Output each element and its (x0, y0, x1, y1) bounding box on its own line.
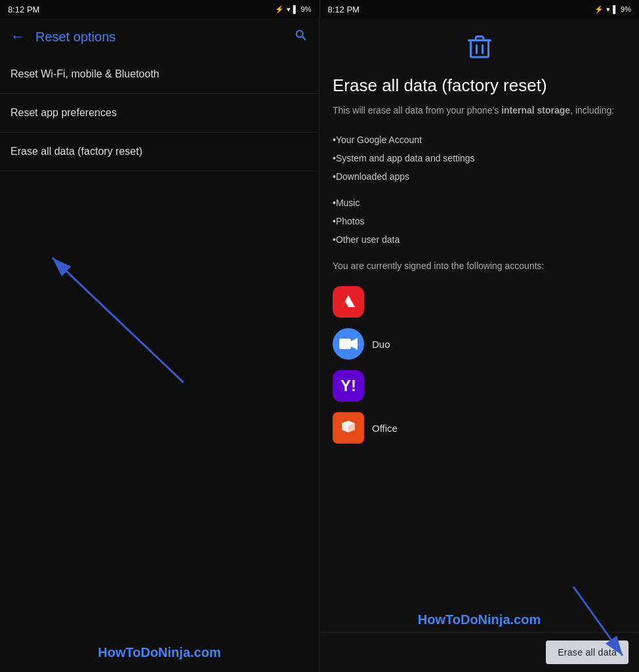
menu-item-wifi[interactable]: Reset Wi-Fi, mobile & Bluetooth (0, 55, 319, 94)
left-status-bar: 8:12 PM ⚡ ▾ ▌ 9% (0, 0, 320, 18)
menu-item-factory-reset[interactable]: Erase all data (factory reset) (0, 133, 319, 171)
data-item-userdata: •Other user data (333, 230, 626, 249)
left-arrow-annotation (0, 171, 319, 633)
right-battery-percent: 9% (621, 5, 631, 13)
watermark-text-left: HowToDoNinja.com (98, 645, 220, 660)
duo-icon (333, 328, 364, 360)
right-wifi-icon: ▾ (606, 5, 610, 14)
back-button[interactable]: ← (10, 28, 25, 45)
duo-label: Duo (372, 339, 390, 350)
yahoo-icon: Y! (333, 370, 364, 402)
wifi-icon: ▾ (287, 5, 291, 14)
erase-title: Erase all data (factory reset) (333, 75, 626, 96)
right-bluetooth-icon: ⚡ (594, 5, 604, 14)
battery-percent: 9% (301, 5, 312, 13)
right-status-bar: 8:12 PM ⚡ ▾ ▌ 9% (320, 0, 640, 18)
left-annotation-area (0, 171, 319, 633)
menu-item-app-prefs[interactable]: Reset app preferences (0, 94, 319, 133)
accounts-label: You are currently signed into the follow… (333, 259, 626, 273)
account-adobe (333, 286, 626, 318)
data-item-system: •System and app data and settings (333, 149, 626, 167)
dual-status-bar: 8:12 PM ⚡ ▾ ▌ 9% 8:12 PM ⚡ ▾ ▌ 9% (0, 0, 639, 18)
left-panel: ← Reset options Reset Wi-Fi, mobile & Bl… (0, 18, 320, 672)
svg-marker-6 (351, 338, 358, 350)
bluetooth-icon: ⚡ (275, 5, 284, 14)
erase-description: This will erase all data from your phone… (333, 104, 626, 117)
data-item-photos: •Photos (333, 212, 626, 230)
data-item-google: •Your Google Account (333, 131, 626, 149)
left-time: 8:12 PM (8, 5, 39, 14)
account-duo: Duo (333, 328, 626, 360)
top-bar: ← Reset options (0, 18, 319, 55)
data-item-music: •Music (333, 194, 626, 212)
account-office: Office (333, 412, 626, 444)
svg-line-1 (52, 258, 184, 383)
right-signal-icon: ▌ (613, 5, 618, 13)
account-yahoo: Y! (333, 370, 626, 402)
erase-all-data-button[interactable]: Erase all data (546, 640, 629, 664)
signal-icon: ▌ (293, 5, 299, 13)
bottom-bar: Erase all data (320, 632, 639, 672)
main-panels: ← Reset options Reset Wi-Fi, mobile & Bl… (0, 18, 639, 672)
right-status-icons: ⚡ ▾ ▌ 9% (594, 5, 631, 14)
watermark-left: HowToDoNinja.com (0, 633, 319, 672)
adobe-icon (333, 286, 364, 318)
svg-rect-5 (339, 339, 351, 349)
office-label: Office (372, 423, 398, 434)
trash-icon (333, 34, 626, 65)
svg-rect-2 (470, 41, 488, 58)
page-title: Reset options (35, 30, 294, 45)
data-items-list: •Your Google Account •System and app dat… (333, 131, 626, 249)
data-item-apps: •Downloaded apps (333, 167, 626, 186)
search-button[interactable] (294, 28, 308, 46)
office-icon (333, 412, 364, 444)
right-time: 8:12 PM (328, 5, 360, 14)
left-status-icons: ⚡ ▾ ▌ 9% (275, 5, 312, 14)
right-panel: Erase all data (factory reset) This will… (320, 18, 639, 672)
right-content: Erase all data (factory reset) This will… (320, 18, 639, 632)
